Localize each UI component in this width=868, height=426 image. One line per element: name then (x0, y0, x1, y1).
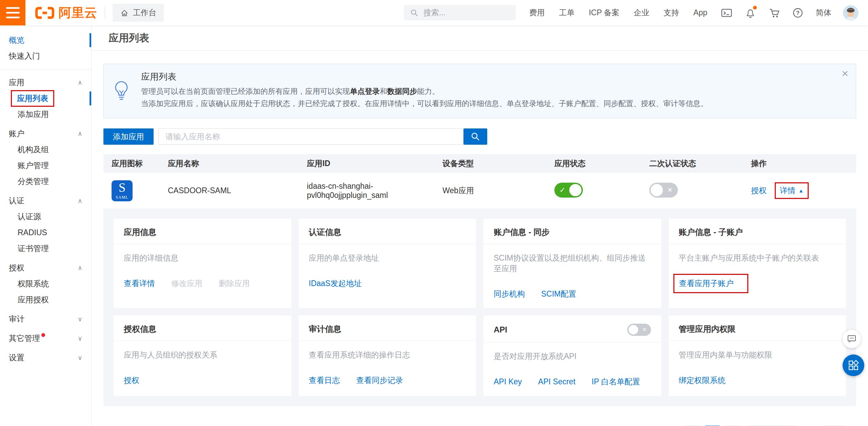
cloud-shell-icon[interactable] (721, 7, 732, 19)
sidebar-item-label: 概览 (9, 35, 24, 45)
global-search-input[interactable] (423, 8, 505, 17)
sidebar-item-certificate-management[interactable]: 证书管理 (0, 241, 91, 257)
card-description: 应用的详细信息 (124, 253, 281, 263)
workbench-button[interactable]: 工作台 (113, 4, 164, 22)
logo-text: 阿里云 (59, 4, 97, 21)
sidebar-group-settings[interactable]: 设置 ∨ (0, 350, 91, 366)
sidebar-item-label: 账户管理 (18, 160, 49, 171)
sidebar-group-label: 账户 (9, 128, 24, 139)
authorize-action-link[interactable]: 授权 (751, 185, 767, 196)
topbar-link-app[interactable]: App (693, 8, 707, 17)
cross-icon: ✕ (642, 326, 647, 333)
notifications-bell-icon[interactable] (745, 7, 756, 19)
col-header-app-status: 应用状态 (554, 158, 649, 169)
add-application-button[interactable]: 添加应用 (103, 128, 154, 145)
search-button[interactable] (463, 128, 487, 145)
card-sub-accounts: 账户信息 - 子账户 平台主账户与应用系统中子账户的关联表 查看应用子账户 (669, 219, 846, 308)
chevron-up-icon: ∧ (78, 264, 82, 272)
topbar-link-billing[interactable]: 费用 (529, 7, 545, 18)
sidebar-item-overview[interactable]: 概览 (0, 32, 91, 48)
app-status-toggle[interactable]: ✓ (554, 183, 583, 198)
sidebar-group-authentication[interactable]: 认证 ∧ (0, 193, 91, 209)
sidebar-item-application-authorization[interactable]: 应用授权 (0, 292, 91, 308)
feedback-button[interactable] (843, 330, 861, 348)
sidebar-group-audit[interactable]: 审计 ∨ (0, 311, 91, 327)
aliyun-logo[interactable]: 阿里云 (34, 4, 97, 21)
card-authorization-info: 授权信息 应用与人员组织的授权关系 授权 (114, 316, 291, 396)
details-action-link[interactable]: 详情 (780, 185, 795, 196)
view-sub-accounts-link[interactable]: 查看应用子账户 (679, 279, 734, 288)
card-app-info: 应用信息 应用的详细信息 查看详情 修改应用 删除应用 (114, 219, 291, 308)
sidebar-item-label: 认证源 (18, 211, 41, 222)
scim-config-link[interactable]: SCIM配置 (541, 289, 576, 299)
card-title: 认证信息 (309, 227, 341, 238)
view-sync-records-link[interactable]: 查看同步记录 (356, 375, 403, 386)
bind-permission-system-link[interactable]: 绑定权限系统 (679, 375, 726, 386)
banner-text-bold: 单点登录 (350, 87, 380, 96)
device-type-cell: Web应用 (442, 185, 554, 196)
sidebar-item-application-list[interactable]: 应用列表 (0, 90, 91, 106)
help-icon[interactable]: ? (792, 7, 804, 19)
sidebar-group-accounts[interactable]: 账户 ∧ (0, 126, 91, 142)
sidebar-group-other-management[interactable]: 其它管理 ∨ (0, 330, 91, 346)
svg-text:?: ? (796, 9, 800, 16)
sidebar-item-label: 证书管理 (18, 243, 49, 254)
view-details-link[interactable]: 查看详情 (124, 278, 155, 289)
col-header-actions: 操作 (751, 158, 856, 169)
sidebar-item-label: 添加应用 (18, 109, 49, 120)
hamburger-menu-icon[interactable] (0, 0, 25, 25)
sidebar-item-quickstart[interactable]: 快速入门 (0, 48, 91, 64)
ip-whitelist-link[interactable]: IP 白名单配置 (592, 377, 640, 387)
sidebar-item-organizations[interactable]: 机构及组 (0, 142, 91, 158)
topbar-link-support[interactable]: 支持 (664, 7, 679, 18)
app-name-cell: CASDOOR-SAML (168, 186, 307, 195)
annotation-box: 应用列表 (11, 90, 54, 107)
col-header-app-icon: 应用图标 (103, 158, 168, 169)
sidebar-group-label: 认证 (9, 196, 24, 206)
api-toggle[interactable]: ✕ (627, 324, 651, 336)
topbar-link-icp[interactable]: ICP 备案 (589, 7, 619, 18)
view-logs-link[interactable]: 查看日志 (309, 375, 340, 386)
sidebar-group-applications[interactable]: 应用 ∧ (0, 75, 91, 90)
sidebar-item-label: 应用授权 (18, 295, 49, 305)
sidebar-group-label: 审计 (9, 314, 24, 324)
card-description: SCIM协议设置以及把组织机构、组同步推送至应用 (494, 253, 651, 274)
topbar-link-tickets[interactable]: 工单 (559, 7, 575, 18)
sidebar-item-add-application[interactable]: 添加应用 (0, 106, 91, 122)
topbar-links: 费用 工单 ICP 备案 企业 支持 App (529, 7, 707, 18)
list-toolbar: 添加应用 (103, 128, 856, 145)
sidebar-group-authorization[interactable]: 授权 ∧ (0, 260, 91, 276)
chevron-down-icon: ∨ (78, 334, 82, 342)
application-name-search-input[interactable] (158, 128, 463, 145)
sidebar-item-label: RADIUS (18, 228, 47, 237)
sidebar-item-category-management[interactable]: 分类管理 (0, 174, 91, 189)
app-grid-button[interactable] (843, 354, 864, 376)
col-header-app-id: 应用ID (307, 158, 442, 169)
sidebar-item-label: 机构及组 (18, 144, 49, 155)
authorize-link[interactable]: 授权 (124, 375, 139, 386)
sidebar-item-account-management[interactable]: 账户管理 (0, 158, 91, 174)
mfa-status-toggle[interactable]: ✕ (649, 183, 678, 198)
lightbulb-icon (113, 80, 130, 104)
card-description: 应用的单点登录地址 (309, 253, 466, 263)
page-title: 应用列表 (108, 31, 149, 45)
card-in-app-permissions: 管理应用内权限 管理应用内菜单与功能权限 绑定权限系统 (669, 316, 846, 396)
col-header-app-name: 应用名称 (168, 158, 307, 169)
close-icon[interactable]: × (842, 67, 848, 79)
sidebar-item-label: 权限系统 (18, 279, 49, 289)
sync-org-link[interactable]: 同步机构 (494, 289, 525, 299)
avatar[interactable] (843, 5, 859, 21)
api-secret-link[interactable]: API Secret (538, 377, 575, 386)
chevron-down-icon: ∨ (78, 315, 82, 323)
cart-icon[interactable] (768, 7, 780, 19)
row-actions: 授权 详情 ▲ (751, 182, 856, 199)
topbar-link-enterprise[interactable]: 企业 (634, 7, 649, 18)
language-switch[interactable]: 简体 (816, 7, 831, 18)
toggle-knob (651, 184, 663, 196)
sidebar-item-label: 分类管理 (18, 176, 49, 187)
api-key-link[interactable]: API Key (494, 377, 522, 386)
idaas-sso-url-link[interactable]: IDaaS发起地址 (309, 278, 362, 289)
sidebar-item-permission-system[interactable]: 权限系统 (0, 276, 91, 292)
sidebar-item-auth-sources[interactable]: 认证源 (0, 209, 91, 225)
sidebar-item-radius[interactable]: RADIUS (0, 225, 91, 241)
